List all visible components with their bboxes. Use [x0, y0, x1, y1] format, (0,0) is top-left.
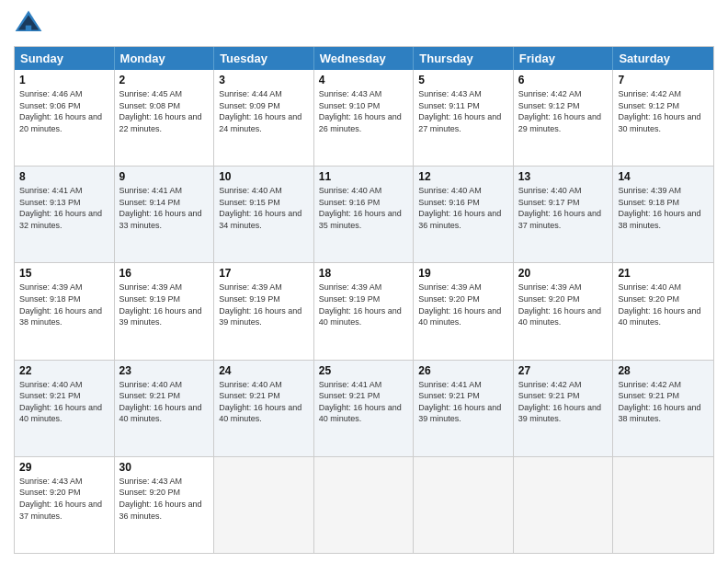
day-number: 21: [618, 267, 709, 280]
day-number: 26: [418, 364, 508, 377]
day-number: 4: [319, 74, 409, 86]
day-number: 10: [219, 170, 309, 183]
day-number: 30: [119, 461, 210, 474]
day-number: 19: [418, 267, 508, 280]
day-number: 28: [618, 364, 709, 377]
calendar-body: 1Sunrise: 4:46 AM Sunset: 9:06 PM Daylig…: [15, 70, 713, 553]
calendar-cell-empty-3: [314, 457, 415, 553]
calendar-cell-4: 4Sunrise: 4:43 AM Sunset: 9:10 PM Daylig…: [314, 70, 415, 166]
calendar-cell-19: 19Sunrise: 4:39 AM Sunset: 9:20 PM Dayli…: [414, 263, 514, 359]
calendar-header: SundayMondayTuesdayWednesdayThursdayFrid…: [15, 47, 713, 70]
day-number: 5: [418, 74, 508, 86]
day-number: 11: [319, 170, 409, 183]
calendar-cell-5: 5Sunrise: 4:43 AM Sunset: 9:11 PM Daylig…: [414, 70, 514, 166]
header-day-wednesday: Wednesday: [314, 47, 415, 70]
day-number: 27: [518, 364, 609, 377]
calendar-cell-6: 6Sunrise: 4:42 AM Sunset: 9:12 PM Daylig…: [514, 70, 614, 166]
calendar-cell-29: 29Sunrise: 4:43 AM Sunset: 9:20 PM Dayli…: [15, 457, 115, 553]
calendar-cell-2: 2Sunrise: 4:45 AM Sunset: 9:08 PM Daylig…: [115, 70, 215, 166]
day-number: 13: [518, 170, 609, 183]
calendar-cell-14: 14Sunrise: 4:39 AM Sunset: 9:18 PM Dayli…: [613, 167, 713, 262]
header-day-monday: Monday: [115, 47, 215, 70]
cell-info: Sunrise: 4:42 AM Sunset: 9:12 PM Dayligh…: [618, 88, 709, 134]
calendar-cell-13: 13Sunrise: 4:40 AM Sunset: 9:17 PM Dayli…: [514, 167, 614, 262]
day-number: 7: [618, 74, 709, 86]
calendar-cell-12: 12Sunrise: 4:40 AM Sunset: 9:16 PM Dayli…: [414, 167, 514, 262]
header-day-tuesday: Tuesday: [214, 47, 314, 70]
day-number: 2: [119, 74, 210, 86]
calendar-cell-28: 28Sunrise: 4:42 AM Sunset: 9:21 PM Dayli…: [613, 361, 713, 456]
cell-info: Sunrise: 4:40 AM Sunset: 9:21 PM Dayligh…: [19, 379, 109, 425]
calendar-cell-11: 11Sunrise: 4:40 AM Sunset: 9:16 PM Dayli…: [314, 167, 415, 262]
calendar-cell-empty-5: [514, 457, 614, 553]
cell-info: Sunrise: 4:39 AM Sunset: 9:18 PM Dayligh…: [618, 185, 709, 231]
calendar-cell-24: 24Sunrise: 4:40 AM Sunset: 9:21 PM Dayli…: [214, 361, 314, 456]
cell-info: Sunrise: 4:41 AM Sunset: 9:21 PM Dayligh…: [319, 379, 409, 425]
calendar-cell-16: 16Sunrise: 4:39 AM Sunset: 9:19 PM Dayli…: [115, 263, 215, 359]
header-day-saturday: Saturday: [613, 47, 713, 70]
calendar-cell-23: 23Sunrise: 4:40 AM Sunset: 9:21 PM Dayli…: [115, 361, 215, 456]
header: [14, 9, 714, 39]
cell-info: Sunrise: 4:42 AM Sunset: 9:12 PM Dayligh…: [518, 88, 609, 134]
day-number: 8: [19, 170, 109, 183]
day-number: 9: [119, 170, 210, 183]
calendar-cell-8: 8Sunrise: 4:41 AM Sunset: 9:13 PM Daylig…: [15, 167, 115, 262]
day-number: 15: [19, 267, 109, 280]
cell-info: Sunrise: 4:43 AM Sunset: 9:20 PM Dayligh…: [19, 476, 109, 522]
calendar-cell-22: 22Sunrise: 4:40 AM Sunset: 9:21 PM Dayli…: [15, 361, 115, 456]
cell-info: Sunrise: 4:39 AM Sunset: 9:20 PM Dayligh…: [518, 282, 609, 327]
calendar-cell-1: 1Sunrise: 4:46 AM Sunset: 9:06 PM Daylig…: [15, 70, 115, 166]
calendar-cell-15: 15Sunrise: 4:39 AM Sunset: 9:18 PM Dayli…: [15, 263, 115, 359]
calendar-row-3: 22Sunrise: 4:40 AM Sunset: 9:21 PM Dayli…: [15, 360, 713, 456]
cell-info: Sunrise: 4:40 AM Sunset: 9:21 PM Dayligh…: [219, 379, 309, 425]
calendar-cell-17: 17Sunrise: 4:39 AM Sunset: 9:19 PM Dayli…: [214, 263, 314, 359]
day-number: 24: [219, 364, 309, 377]
cell-info: Sunrise: 4:39 AM Sunset: 9:19 PM Dayligh…: [119, 282, 210, 327]
cell-info: Sunrise: 4:40 AM Sunset: 9:16 PM Dayligh…: [319, 185, 409, 231]
day-number: 25: [319, 364, 409, 377]
calendar-row-4: 29Sunrise: 4:43 AM Sunset: 9:20 PM Dayli…: [15, 456, 713, 553]
cell-info: Sunrise: 4:39 AM Sunset: 9:20 PM Dayligh…: [418, 282, 508, 327]
cell-info: Sunrise: 4:43 AM Sunset: 9:20 PM Dayligh…: [119, 476, 210, 522]
cell-info: Sunrise: 4:40 AM Sunset: 9:16 PM Dayligh…: [418, 185, 508, 231]
cell-info: Sunrise: 4:41 AM Sunset: 9:13 PM Dayligh…: [19, 185, 109, 231]
calendar-cell-21: 21Sunrise: 4:40 AM Sunset: 9:20 PM Dayli…: [613, 263, 713, 359]
calendar-cell-10: 10Sunrise: 4:40 AM Sunset: 9:15 PM Dayli…: [214, 167, 314, 262]
calendar-cell-empty-4: [414, 457, 514, 553]
day-number: 23: [119, 364, 210, 377]
cell-info: Sunrise: 4:42 AM Sunset: 9:21 PM Dayligh…: [518, 379, 609, 425]
cell-info: Sunrise: 4:41 AM Sunset: 9:21 PM Dayligh…: [418, 379, 508, 425]
calendar-cell-empty-2: [214, 457, 314, 553]
day-number: 18: [319, 267, 409, 280]
cell-info: Sunrise: 4:40 AM Sunset: 9:15 PM Dayligh…: [219, 185, 309, 231]
day-number: 12: [418, 170, 508, 183]
cell-info: Sunrise: 4:40 AM Sunset: 9:20 PM Dayligh…: [618, 282, 709, 327]
cell-info: Sunrise: 4:39 AM Sunset: 9:18 PM Dayligh…: [19, 282, 109, 327]
calendar-cell-empty-6: [613, 457, 713, 553]
calendar-row-2: 15Sunrise: 4:39 AM Sunset: 9:18 PM Dayli…: [15, 262, 713, 359]
calendar-cell-7: 7Sunrise: 4:42 AM Sunset: 9:12 PM Daylig…: [613, 70, 713, 166]
logo: [14, 9, 47, 39]
day-number: 17: [219, 267, 309, 280]
calendar-cell-30: 30Sunrise: 4:43 AM Sunset: 9:20 PM Dayli…: [115, 457, 215, 553]
header-day-friday: Friday: [514, 47, 614, 70]
calendar-cell-3: 3Sunrise: 4:44 AM Sunset: 9:09 PM Daylig…: [214, 70, 314, 166]
day-number: 3: [219, 74, 309, 86]
cell-info: Sunrise: 4:44 AM Sunset: 9:09 PM Dayligh…: [219, 88, 309, 134]
calendar-cell-27: 27Sunrise: 4:42 AM Sunset: 9:21 PM Dayli…: [514, 361, 614, 456]
calendar-row-0: 1Sunrise: 4:46 AM Sunset: 9:06 PM Daylig…: [15, 70, 713, 166]
day-number: 14: [618, 170, 709, 183]
calendar: SundayMondayTuesdayWednesdayThursdayFrid…: [14, 46, 714, 554]
calendar-cell-25: 25Sunrise: 4:41 AM Sunset: 9:21 PM Dayli…: [314, 361, 415, 456]
page: SundayMondayTuesdayWednesdayThursdayFrid…: [0, 0, 728, 563]
calendar-cell-18: 18Sunrise: 4:39 AM Sunset: 9:19 PM Dayli…: [314, 263, 415, 359]
day-number: 1: [19, 74, 109, 86]
day-number: 20: [518, 267, 609, 280]
cell-info: Sunrise: 4:40 AM Sunset: 9:17 PM Dayligh…: [518, 185, 609, 231]
header-day-sunday: Sunday: [15, 47, 115, 70]
cell-info: Sunrise: 4:43 AM Sunset: 9:11 PM Dayligh…: [418, 88, 508, 134]
calendar-row-1: 8Sunrise: 4:41 AM Sunset: 9:13 PM Daylig…: [15, 166, 713, 262]
calendar-cell-26: 26Sunrise: 4:41 AM Sunset: 9:21 PM Dayli…: [414, 361, 514, 456]
cell-info: Sunrise: 4:40 AM Sunset: 9:21 PM Dayligh…: [119, 379, 210, 425]
day-number: 22: [19, 364, 109, 377]
